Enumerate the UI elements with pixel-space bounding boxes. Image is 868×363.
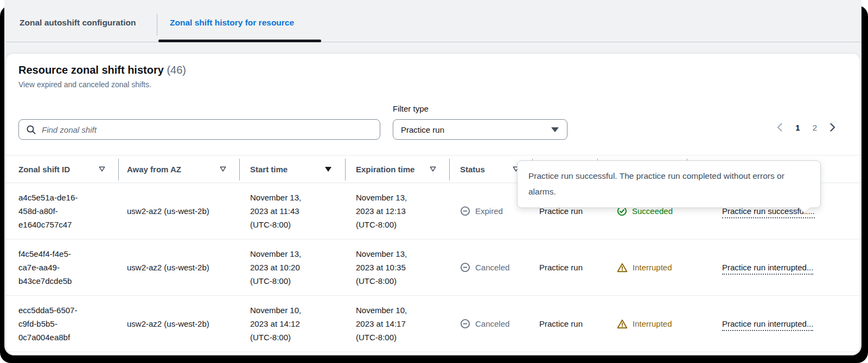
outcome-label: Interrupted	[633, 261, 672, 274]
status-label: Canceled	[475, 261, 509, 274]
column-divider	[345, 159, 346, 180]
shift-type-cell: Practice run	[532, 261, 597, 274]
status-label: Canceled	[475, 317, 509, 330]
tab-divider	[157, 14, 157, 36]
start-time-cell: November 13, 2023 at 11:43 (UTC-8:00)	[239, 191, 345, 231]
column-divider	[239, 159, 240, 180]
panel-description: View expired and canceled zonal shifts.	[18, 80, 186, 89]
caret-down-outline-icon	[430, 166, 436, 172]
shift-type-cell: Practice run	[532, 317, 597, 330]
caret-down-outline-icon	[99, 166, 105, 172]
zonal-shift-id-cell: f4c5e4f4-f4e5-ca7e-aa49-b43ce7dcde5b	[6, 247, 118, 288]
circle-minus-icon	[460, 319, 470, 329]
caret-down-outline-icon	[220, 166, 226, 172]
start-time-cell: November 13, 2023 at 10:20 (UTC-8:00)	[239, 247, 345, 288]
tab-zonal-autoshift-configuration[interactable]: Zonal autoshift configuration	[20, 18, 136, 28]
comment-cell: Practice run interrupted...	[687, 261, 860, 274]
zonal-shift-id-cell: ecc5dda5-6507-c9fd-b5b5-0c7a004ea8bf	[6, 303, 118, 344]
search-input[interactable]	[42, 125, 373, 134]
circle-minus-icon	[460, 262, 470, 273]
page-2-button[interactable]: 2	[813, 123, 817, 132]
warning-triangle-icon	[617, 319, 628, 329]
away-from-az-cell: usw2-az2 (us-west-2b)	[118, 261, 239, 274]
zonal-shift-id-cell: a4c5e51a-de16-458d-a80f-e1640c757c47	[6, 191, 118, 231]
comment-link[interactable]: Practice run interrupted...	[722, 319, 813, 331]
away-from-az-cell: usw2-az2 (us-west-2b)	[118, 204, 239, 218]
search-icon	[26, 125, 36, 135]
caret-down-filled-icon	[324, 166, 332, 172]
comment-cell: Practice run interrupted...	[687, 317, 860, 330]
table-row: f4c5e4f4-f4e5-ca7e-aa49-b43ce7dcde5b usw…	[6, 239, 860, 296]
active-tab-underline	[158, 40, 321, 42]
away-from-az-cell: usw2-az2 (us-west-2b)	[118, 317, 239, 330]
expiration-time-cell: November 13, 2023 at 12:13 (UTC-8:00)	[345, 191, 449, 231]
expiration-time-cell: November 10, 2023 at 14:17 (UTC-8:00)	[345, 303, 449, 344]
comment-link[interactable]: Practice run interrupted...	[722, 263, 813, 275]
tab-zonal-shift-history[interactable]: Zonal shift history for resource	[170, 18, 294, 28]
status-label: Expired	[475, 204, 503, 218]
tooltip-text: Practice run successful. The practice ru…	[518, 161, 820, 208]
table-body: a4c5e51a-de16-458d-a80f-e1640c757c47 usw…	[6, 183, 860, 352]
table-row: ecc5dda5-6507-c9fd-b5b5-0c7a004ea8bf usw…	[6, 296, 860, 352]
previous-page-button[interactable]	[776, 122, 783, 132]
status-cell: Canceled	[449, 317, 532, 330]
outcome-cell: Interrupted	[597, 317, 687, 330]
chevron-left-icon	[776, 122, 783, 132]
column-header-start-time[interactable]: Start time	[239, 165, 345, 174]
practice-run-tooltip: Practice run successful. The practice ru…	[517, 160, 821, 208]
filter-type-value: Practice run	[401, 125, 444, 134]
column-header-expiration-time[interactable]: Expiration time	[345, 165, 449, 174]
status-cell: Canceled	[449, 261, 532, 274]
panel-header: Resource zonal shift history (46) View e…	[18, 62, 186, 89]
chevron-right-icon	[829, 122, 836, 132]
pagination: 1 2	[776, 122, 836, 132]
column-header-away-from-az[interactable]: Away from AZ	[118, 165, 239, 174]
column-divider	[449, 159, 450, 180]
column-divider	[118, 159, 119, 180]
search-box[interactable]	[18, 119, 380, 140]
page: Zonal autoshift configuration Zonal shif…	[4, 0, 861, 355]
expiration-time-cell: November 13, 2023 at 10:35 (UTC-8:00)	[345, 247, 449, 288]
filter-type-label: Filter type	[393, 104, 429, 113]
outcome-label: Interrupted	[633, 317, 672, 330]
page-1-button[interactable]: 1	[795, 123, 800, 132]
caret-down-filled-icon	[551, 127, 559, 133]
circle-minus-icon	[460, 206, 470, 216]
warning-triangle-icon	[617, 263, 628, 273]
column-header-zonal-shift-id[interactable]: Zonal shift ID	[6, 165, 118, 174]
next-page-button[interactable]	[829, 122, 836, 132]
outcome-cell: Interrupted	[597, 261, 687, 274]
filter-type-select[interactable]: Practice run	[393, 119, 567, 140]
result-count: (46)	[167, 64, 186, 76]
page-title: Resource zonal shift history (46)	[18, 62, 186, 77]
start-time-cell: November 10, 2023 at 14:12 (UTC-8:00)	[239, 303, 345, 344]
tabs-bottom-rule	[5, 42, 861, 42]
